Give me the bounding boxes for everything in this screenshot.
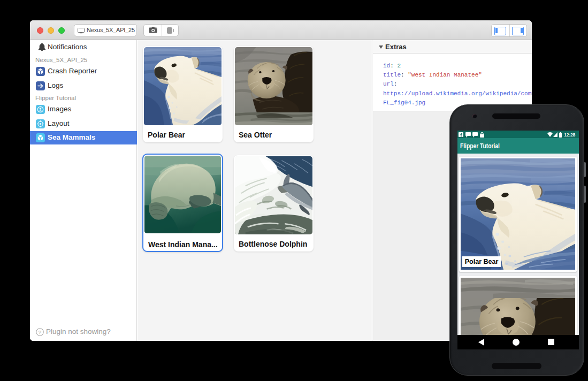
svg-text:?: ?: [39, 329, 41, 335]
